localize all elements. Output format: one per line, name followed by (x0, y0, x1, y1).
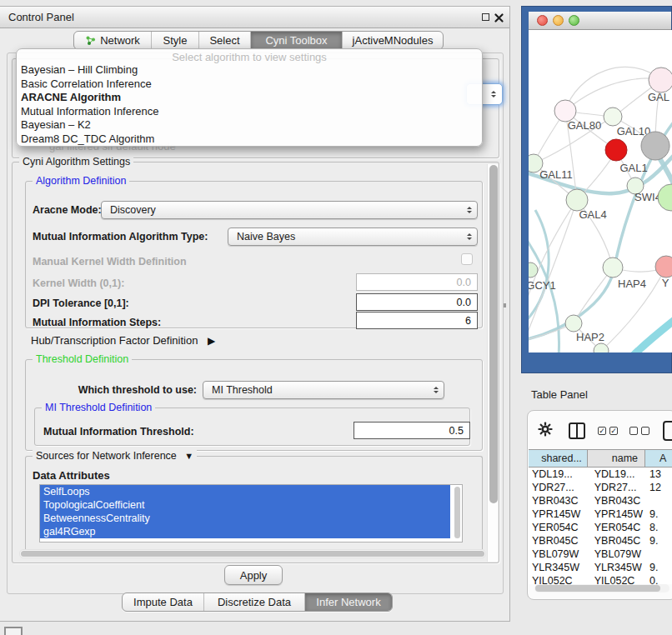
show-columns-icon[interactable] (569, 422, 585, 439)
settings-horizontal-scrollbar[interactable] (19, 549, 486, 558)
column-header-label: name (612, 452, 638, 464)
cell-name: YDR27... (588, 481, 645, 494)
zoom-traffic-light-icon[interactable] (569, 15, 579, 26)
aracne-mode-label: Aracne Mode: (33, 204, 102, 216)
kernel-width-label: Kernel Width (0,1): (33, 278, 124, 289)
algorithm-option[interactable]: Basic Correlation Inference (17, 78, 482, 92)
network-canvas[interactable]: GALGAL80GAL10GAL1GAL11SWI4GAL4GCY1HAP4YH… (529, 30, 672, 352)
network-node-unlabeled[interactable] (641, 132, 669, 160)
network-node-hap4[interactable] (603, 258, 623, 278)
sources-group: Sources for Network Inference ▼ Data Att… (25, 456, 483, 558)
control-panel-titlebar[interactable]: Control Panel (0, 7, 509, 28)
combo-stepper-icon (491, 91, 496, 98)
algorithm-option[interactable]: Bayesian – K2 (17, 118, 482, 132)
tab-infer-network[interactable]: Infer Network (304, 593, 392, 611)
cyni-algorithm-settings-group: Cyni Algorithm Settings Algorithm Defini… (12, 162, 499, 563)
combo-stepper-icon (467, 207, 472, 214)
mi-steps-field[interactable]: 6 (356, 312, 478, 329)
cell-shared-name: YLR345W (529, 561, 588, 574)
table-row[interactable]: YPR145W YPR145W 9. (529, 508, 672, 521)
mi-type-combo[interactable]: Naive Bayes (228, 228, 478, 246)
tab-jactivemnodules-label: jActiveMNodules (353, 34, 434, 47)
network-graph[interactable]: GALGAL80GAL10GAL1GAL11SWI4GAL4GCY1HAP4YH… (529, 30, 672, 352)
table-row[interactable]: YDL19... YDL19... 13 (529, 468, 672, 481)
network-node-y[interactable] (655, 256, 672, 278)
tab-select[interactable]: Select (198, 32, 250, 49)
network-node-gal10[interactable] (604, 108, 622, 126)
minimize-traffic-light-icon[interactable] (553, 15, 564, 26)
which-threshold-combo[interactable]: MI Threshold (203, 381, 444, 399)
tab-network-label: Network (100, 34, 140, 47)
node-label-swi4: SWI4 (634, 191, 661, 203)
mi-type-value: Naive Bayes (237, 231, 462, 242)
network-window-titlebar[interactable] (529, 12, 671, 30)
tab-style-label: Style (163, 34, 188, 47)
aracne-mode-combo[interactable]: Discovery (101, 201, 478, 219)
algorithm-option[interactable]: Dream8 DC_TDC Algorithm (17, 132, 482, 147)
attribute-item-label: BetweennessCentrality (43, 512, 150, 524)
column-header-shared-name[interactable]: shared... (529, 450, 588, 467)
floating-panel-handle-partial[interactable] (4, 627, 23, 635)
network-node-unlabeled[interactable] (594, 343, 609, 352)
cell-value: 8. (645, 521, 672, 534)
settings-vscroll-thumb[interactable] (489, 165, 498, 503)
select-all-columns-icon[interactable]: ✓ ✓ (598, 427, 621, 435)
tab-cyni-toolbox[interactable]: Cyni Toolbox (250, 32, 342, 49)
algorithm-option[interactable]: Mutual Information Inference (17, 105, 482, 119)
close-icon[interactable] (494, 12, 504, 22)
table-row[interactable]: YBL079W YBL079W (529, 548, 672, 561)
settings-hscroll-thumb[interactable] (21, 551, 484, 557)
hub-factor-section-toggle[interactable]: Hub/Transcription Factor Definition ▶ (31, 334, 215, 347)
attribute-item[interactable]: BetweennessCentrality (40, 512, 450, 525)
close-traffic-light-icon[interactable] (537, 15, 548, 26)
mi-threshold-field[interactable]: 0.5 (354, 422, 470, 439)
table-row[interactable]: YIL052C YIL052C 0. (529, 574, 672, 584)
network-node-gal[interactable] (649, 68, 672, 92)
attribute-item[interactable]: TopologicalCoefficient (40, 498, 450, 512)
attribute-item-label: gal4RGexp (43, 526, 96, 538)
apply-button[interactable]: Apply (224, 565, 283, 585)
float-window-icon[interactable] (482, 13, 489, 21)
tab-discretize-data[interactable]: Discretize Data (203, 593, 304, 611)
cell-shared-name: YER054C (529, 521, 588, 534)
new-table-icon-partial[interactable] (663, 421, 672, 441)
algorithm-option-label: ARACNE Algorithm (21, 91, 121, 103)
tab-impute-data[interactable]: Impute Data (123, 593, 203, 611)
sources-group-title-row[interactable]: Sources for Network Inference ▼ (33, 450, 197, 462)
attributes-vscroll-thumb[interactable] (454, 487, 460, 538)
node-label-gal1: GAL1 (619, 162, 647, 174)
which-threshold-label: Which threshold to use: (43, 384, 197, 396)
network-node-unlabeled[interactable] (658, 184, 672, 211)
attributes-vscrollbar[interactable] (454, 486, 461, 541)
kernel-width-field[interactable]: 0.0 (356, 273, 478, 291)
table-hscroll-thumb[interactable] (535, 585, 660, 592)
algorithm-option[interactable]: ARACNE Algorithm (17, 91, 482, 105)
column-header-name[interactable]: name (588, 450, 645, 467)
tab-style[interactable]: Style (151, 32, 198, 49)
deselect-all-columns-icon[interactable] (629, 427, 653, 435)
table-row[interactable]: YBR045C YBR045C 9. (529, 534, 672, 548)
manual-kernel-checkbox[interactable] (461, 253, 473, 265)
algorithm-option-label: Mutual Information Inference (21, 105, 158, 118)
attribute-item[interactable]: SelfLoops (40, 485, 450, 498)
table-row[interactable]: YDR27... YDR27... 12 (529, 481, 672, 494)
data-attributes-label: Data Attributes (33, 469, 110, 482)
attribute-item[interactable]: gal4RGexp (40, 525, 450, 538)
table-row[interactable]: YER054C YER054C 8. (529, 521, 672, 534)
dpi-tolerance-field[interactable]: 0.0 (356, 293, 478, 311)
column-header-partial[interactable]: A (645, 450, 672, 467)
unchecked-box-icon (629, 427, 638, 435)
settings-vertical-scrollbar[interactable] (487, 164, 498, 562)
network-node-gal1[interactable] (605, 139, 627, 161)
table-row[interactable]: YBR043C YBR043C (529, 494, 672, 508)
settings-gear-icon[interactable] (538, 422, 553, 439)
tab-jactivemnodules[interactable]: jActiveMNodules (342, 32, 443, 49)
network-node-hap2[interactable] (565, 315, 582, 332)
collapse-down-icon: ▼ (184, 451, 193, 461)
table-hscrollbar[interactable] (534, 584, 669, 592)
tab-network[interactable]: Network (74, 32, 151, 49)
table-row[interactable]: YLR345W YLR345W 9. (529, 561, 672, 574)
column-header-label: A (659, 452, 666, 464)
node-label-gal11: GAL11 (539, 168, 573, 181)
algorithm-option[interactable]: Bayesian – Hill Climbing (17, 63, 482, 78)
